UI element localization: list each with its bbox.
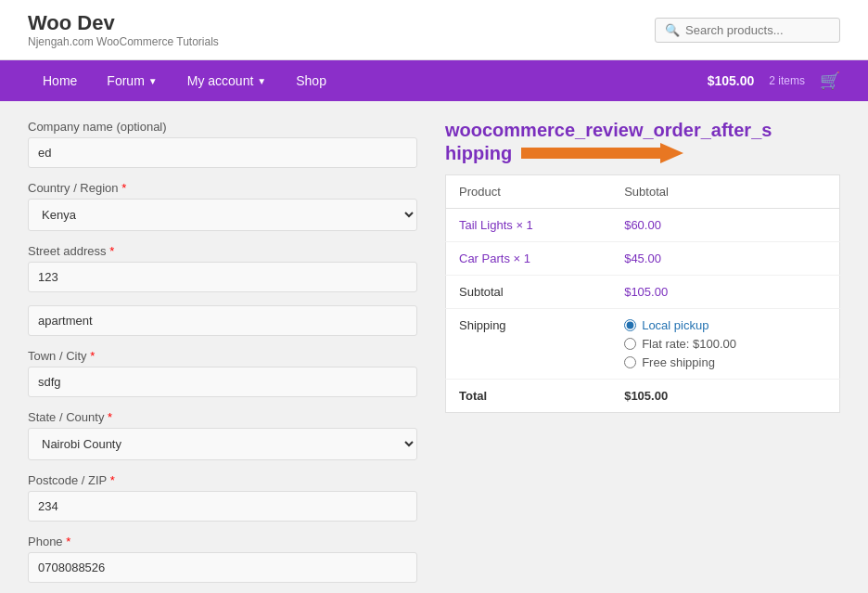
street-label: Street address * [28, 244, 417, 258]
nav-left: Home Forum ▼ My account ▼ Shop [28, 60, 341, 101]
subtotal-value: $105.00 [611, 276, 839, 309]
state-label: State / County * [28, 410, 417, 424]
postcode-input[interactable] [28, 491, 417, 522]
hook-text-line1: woocommerce_review_order_after_s [445, 120, 840, 141]
apartment-input[interactable] [28, 305, 417, 336]
shipping-label-local: Local pickup [642, 318, 708, 332]
chevron-down-icon: ▼ [257, 76, 266, 86]
postcode-label: Postcode / ZIP * [28, 473, 417, 487]
table-row: Car Parts × 1 $45.00 [446, 242, 840, 276]
radio-local[interactable] [624, 319, 636, 331]
nav-item-forum[interactable]: Forum ▼ [92, 60, 172, 101]
country-label: Country / Region * [28, 181, 417, 195]
site-tagline: Njengah.com WooCommerce Tutorials [28, 35, 219, 48]
required-star: * [121, 181, 126, 195]
table-row: Tail Lights × 1 $60.00 [446, 209, 840, 242]
company-name-group: Company name (optional) [28, 120, 417, 168]
street-input[interactable] [28, 262, 417, 292]
nav-bar: Home Forum ▼ My account ▼ Shop $105.00 2… [0, 60, 868, 101]
radio-free[interactable] [624, 356, 636, 368]
hook-arrow [521, 141, 683, 165]
site-header: Woo Dev Njengah.com WooCommerce Tutorial… [0, 0, 868, 60]
phone-group: Phone * [28, 535, 417, 583]
order-table: Product Subtotal Tail Lights × 1 $60.00 … [445, 174, 840, 413]
nav-label-forum: Forum [107, 73, 144, 88]
required-star: * [109, 244, 114, 258]
state-group: State / County * Nairobi County Mombasa … [28, 410, 417, 460]
main-content: Company name (optional) Country / Region… [0, 101, 868, 593]
shipping-label-flat: Flat rate: $100.00 [642, 337, 736, 351]
state-select[interactable]: Nairobi County Mombasa County Kisumu Cou… [28, 428, 417, 460]
country-group: Country / Region * Kenya United States U… [28, 181, 417, 231]
chevron-down-icon: ▼ [148, 76, 158, 86]
shipping-label: Shipping [446, 309, 612, 380]
cart-items-count: 2 items [769, 74, 805, 87]
order-section: woocommerce_review_order_after_s hipping… [445, 120, 840, 593]
search-icon: 🔍 [665, 23, 680, 37]
shipping-options: Local pickup Flat rate: $100.00 Free shi… [611, 309, 839, 380]
site-branding: Woo Dev Njengah.com WooCommerce Tutorial… [28, 11, 219, 48]
total-label: Total [446, 380, 612, 413]
cart-icon[interactable]: 🛒 [820, 71, 840, 91]
required-star: * [108, 410, 112, 424]
svg-marker-0 [521, 143, 683, 163]
nav-item-home[interactable]: Home [28, 60, 92, 101]
subtotal-row: Subtotal $105.00 [446, 276, 840, 309]
nav-label-myaccount: My account [187, 73, 254, 88]
company-name-input[interactable] [28, 137, 417, 168]
subtotal-label: Subtotal [446, 276, 612, 309]
product-name-1: Tail Lights × 1 [446, 209, 612, 242]
search-bar[interactable]: 🔍 [655, 18, 840, 43]
phone-label: Phone * [28, 535, 417, 548]
nav-item-shop[interactable]: Shop [281, 60, 341, 101]
nav-label-home: Home [43, 73, 77, 88]
total-row: Total $105.00 [446, 380, 840, 413]
billing-form: Company name (optional) Country / Region… [28, 120, 417, 593]
apartment-group [28, 305, 417, 336]
street-address-group: Street address * [28, 244, 417, 292]
nav-item-myaccount[interactable]: My account ▼ [172, 60, 282, 101]
required-star: * [90, 349, 95, 363]
town-input[interactable] [28, 367, 417, 397]
shipping-label-free: Free shipping [642, 355, 715, 369]
hook-container: woocommerce_review_order_after_s hipping [445, 120, 840, 165]
total-value: $105.00 [611, 380, 839, 413]
required-star: * [66, 535, 70, 548]
town-label: Town / City * [28, 349, 417, 363]
required-star: * [110, 473, 115, 487]
site-title: Woo Dev [28, 11, 219, 35]
product-price-1: $60.00 [611, 209, 839, 242]
shipping-row: Shipping Local pickup Flat rate: $100.00 [446, 309, 840, 380]
postcode-group: Postcode / ZIP * [28, 473, 417, 522]
country-select[interactable]: Kenya United States Uganda Tanzania [28, 199, 417, 231]
phone-input[interactable] [28, 552, 417, 583]
shipping-option-free[interactable]: Free shipping [624, 355, 826, 369]
col-subtotal: Subtotal [611, 175, 839, 209]
nav-right: $105.00 2 items 🛒 [708, 71, 840, 91]
nav-label-shop: Shop [296, 73, 326, 88]
col-product: Product [446, 175, 612, 209]
product-name-2: Car Parts × 1 [446, 242, 612, 276]
shipping-radio-group: Local pickup Flat rate: $100.00 Free shi… [624, 318, 826, 369]
radio-flat[interactable] [624, 338, 636, 350]
search-input[interactable] [685, 23, 830, 37]
company-name-label: Company name (optional) [28, 120, 417, 134]
hook-line2-wrap: hipping [445, 141, 840, 165]
cart-total: $105.00 [708, 73, 755, 88]
shipping-option-flat[interactable]: Flat rate: $100.00 [624, 337, 826, 351]
product-price-2: $45.00 [611, 242, 839, 276]
town-group: Town / City * [28, 349, 417, 397]
hook-text-line2: hipping [445, 143, 512, 164]
shipping-option-local[interactable]: Local pickup [624, 318, 826, 332]
